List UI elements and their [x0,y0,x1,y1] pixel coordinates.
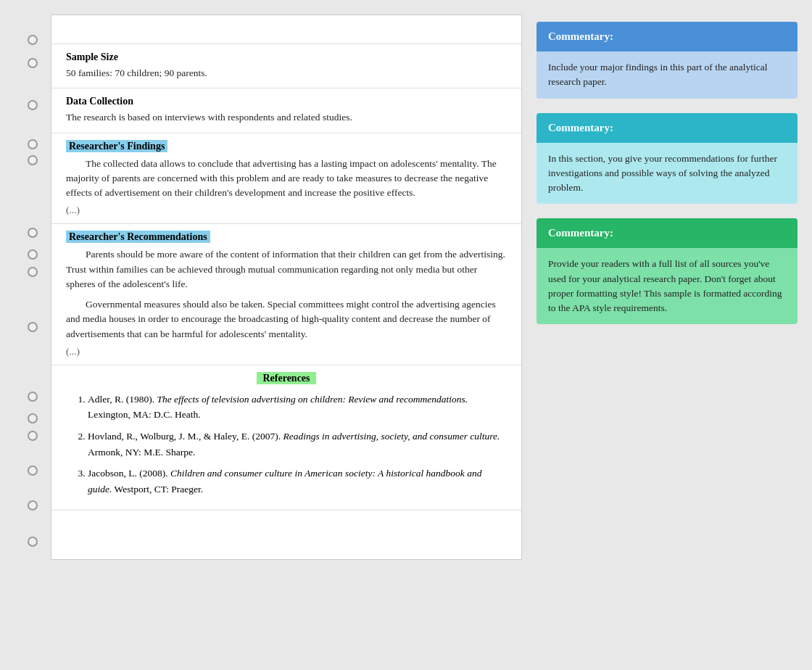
bullets-sidebar [14,15,51,560]
data-collection-text: The research is based on interviews with… [66,110,507,125]
section-sample-size: Sample Size 50 families: 70 children; 90… [51,44,521,88]
bullet-3 [28,100,38,110]
ref-2-italic: Readings in advertising, society, and co… [283,431,500,442]
bullet-10 [28,392,38,402]
findings-text: The collected data allows to conclude th… [66,157,507,201]
commentary-card-1: Commentary: Include your major findings … [536,22,798,99]
sample-size-text: 50 families: 70 children; 90 parents. [66,66,507,80]
bullet-2 [28,58,38,68]
section-top [51,15,521,44]
bullet-8 [28,267,38,277]
commentary-card-3: Commentary: Provide your readers with a … [536,218,798,324]
recommendations-title: Researcher's Recommendations [66,231,210,243]
rec-ellipsis: (...) [66,346,507,357]
bullet-9 [28,322,38,332]
ref-1-author: Adler, R. (1980). [88,394,157,405]
ref-3-author: Jacobson, L. (2008). [88,468,170,479]
bullet-7 [28,249,38,260]
bullet-6 [28,228,38,238]
bullet-14 [28,500,38,510]
bullet-15 [28,537,38,547]
bullet-4 [28,139,38,149]
bullet-11 [28,413,38,423]
bullet-13 [28,466,38,476]
commentary-header-2: Commentary: [536,113,798,143]
bullet-1 [28,35,38,45]
ref-1-italic: The effects of television advertising on… [157,394,468,405]
commentary-panel: Commentary: Include your major findings … [536,15,798,324]
ref-2-rest: Armonk, NY: M.E. Sharpe. [88,447,195,458]
section-bottom [51,510,521,547]
ref-2: Hovland, R., Wolburg, J. M., & Haley, E.… [88,429,507,460]
bullet-5 [28,155,38,165]
section-references: References Adler, R. (1980). The effects… [51,365,521,511]
references-heading: References [66,373,507,384]
findings-title: Researcher's Findings [66,140,167,152]
ref-3-rest: Westport, CT: Praeger. [112,484,203,495]
commentary-header-1: Commentary: [536,22,798,51]
section-findings: Researcher's Findings The collected data… [51,133,521,225]
rec-text-1: Parents should be more aware of the cont… [66,247,507,291]
rec-text-2: Governmental measures should also be tak… [66,297,507,342]
ref-1: Adler, R. (1980). The effects of televis… [88,392,507,423]
findings-ellipsis: (...) [66,204,507,216]
references-label: References [257,372,315,384]
commentary-card-2: Commentary: In this section, you give yo… [536,113,798,204]
section-data-collection: Data Collection The research is based on… [51,88,521,133]
commentary-body-2: In this section, you give your recommend… [536,143,798,204]
bullet-12 [28,431,38,441]
section-recommendations: Researcher's Recommendations Parents sho… [51,224,521,365]
document-container: Sample Size 50 families: 70 children; 90… [51,15,522,560]
commentary-body-1: Include your major findings in this part… [536,51,798,99]
commentary-body-3: Provide your readers with a full list of… [536,248,798,324]
references-list: Adler, R. (1980). The effects of televis… [66,392,507,497]
ref-2-author: Hovland, R., Wolburg, J. M., & Haley, E.… [88,431,283,442]
sample-size-title: Sample Size [66,51,507,63]
ref-1-rest: Lexington, MA: D.C. Heath. [88,409,201,420]
data-collection-title: Data Collection [66,96,507,107]
ref-3: Jacobson, L. (2008). Children and consum… [88,466,507,497]
commentary-header-3: Commentary: [536,218,798,248]
